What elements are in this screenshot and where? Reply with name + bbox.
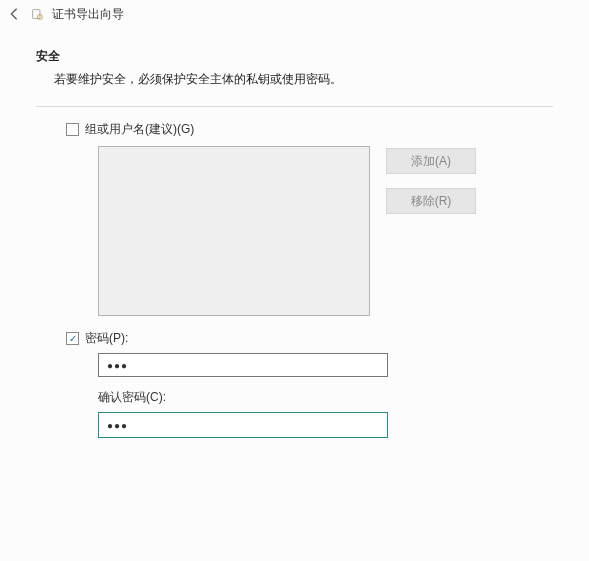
svg-rect-0 — [32, 9, 39, 18]
principals-listbox[interactable] — [98, 146, 370, 316]
window-title: 证书导出向导 — [52, 6, 124, 23]
principals-buttons: 添加(A) 移除(R) — [386, 146, 476, 214]
group-users-label: 组或用户名(建议)(G) — [85, 121, 194, 138]
password-input[interactable]: ●●● — [98, 353, 388, 377]
password-label: 密码(P): — [85, 330, 128, 347]
confirm-password-value: ●●● — [107, 420, 128, 431]
wizard-content: 安全 若要维护安全，必须保护安全主体的私钥或使用密码。 ✓ 组或用户名(建议)(… — [0, 28, 589, 438]
password-section: ✓ 密码(P): ●●● 确认密码(C): ●●● — [66, 330, 553, 438]
group-users-checkbox[interactable]: ✓ — [66, 123, 79, 136]
group-users-row: ✓ 组或用户名(建议)(G) — [66, 121, 553, 138]
confirm-password-input[interactable]: ●●● — [98, 412, 388, 438]
divider — [36, 106, 553, 107]
back-arrow-icon[interactable] — [6, 6, 22, 22]
certificate-icon — [30, 7, 44, 21]
remove-button[interactable]: 移除(R) — [386, 188, 476, 214]
section-description: 若要维护安全，必须保护安全主体的私钥或使用密码。 — [54, 71, 553, 88]
group-users-body: 添加(A) 移除(R) — [98, 146, 553, 316]
confirm-password-label: 确认密码(C): — [98, 389, 553, 406]
section-heading-security: 安全 — [36, 48, 553, 65]
password-value: ●●● — [107, 360, 128, 371]
titlebar: 证书导出向导 — [0, 0, 589, 28]
password-row: ✓ 密码(P): — [66, 330, 553, 347]
password-checkbox[interactable]: ✓ — [66, 332, 79, 345]
add-button[interactable]: 添加(A) — [386, 148, 476, 174]
